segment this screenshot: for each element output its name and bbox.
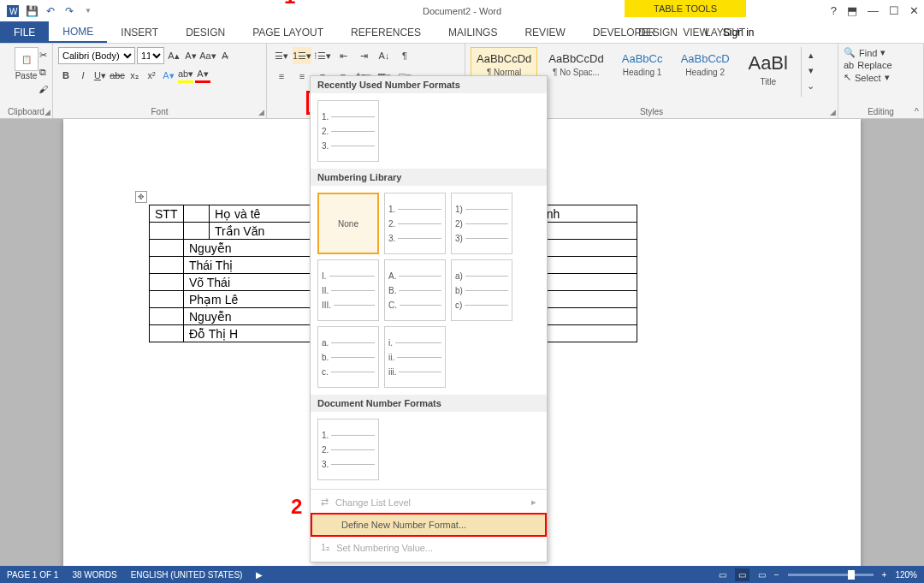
web-layout-icon[interactable]: ▭ xyxy=(758,570,766,580)
style-heading1[interactable]: AaBbCcHeading 1 xyxy=(615,47,670,97)
clipboard-group: 📋 Paste ✂ ⧉ 🖌 Clipboard ◢ xyxy=(0,44,53,118)
language-indicator[interactable]: ENGLISH (UNITED STATES) xyxy=(131,570,243,580)
num-format-lower-roman[interactable]: i. ii. iii. xyxy=(384,326,446,388)
tab-design[interactable]: DESIGN xyxy=(172,21,239,43)
superscript-button[interactable]: x² xyxy=(144,68,159,83)
numbering-button[interactable]: 1☰▾ xyxy=(293,47,311,64)
save-icon[interactable]: 💾 xyxy=(24,3,39,19)
help-icon[interactable]: ? xyxy=(831,4,837,17)
minimize-icon[interactable]: — xyxy=(868,4,879,17)
style-heading2[interactable]: AaBbCcDHeading 2 xyxy=(675,47,736,97)
clipboard-launcher-icon[interactable]: ◢ xyxy=(44,108,50,116)
num-format-lower-alpha-paren[interactable]: a) b) c) xyxy=(451,259,512,321)
font-size-select[interactable]: 11 xyxy=(137,47,164,64)
align-left-button[interactable]: ≡ xyxy=(272,68,291,85)
editing-group-label: Editing xyxy=(844,105,918,116)
annotation-1: 1 xyxy=(284,0,295,9)
numbering-library-title: Numbering Library xyxy=(311,169,547,186)
num-format-decimal-doc[interactable]: 1. 2. 3. xyxy=(317,419,379,480)
tab-review[interactable]: REVIEW xyxy=(511,21,578,43)
num-format-upper-alpha[interactable]: A. B. C. xyxy=(384,259,446,321)
numbering-dropdown: Recently Used Number Formats 1. 2. 3. Nu… xyxy=(310,75,548,562)
style-title[interactable]: AaBlTitle xyxy=(741,47,796,97)
collapse-ribbon-icon[interactable]: ^ xyxy=(915,106,919,116)
tab-page-layout[interactable]: PAGE LAYOUT xyxy=(239,21,337,43)
grow-font-icon[interactable]: A▴ xyxy=(166,48,181,63)
document-title: Document2 - Word xyxy=(423,6,501,16)
zoom-out-button[interactable]: − xyxy=(774,570,779,580)
maximize-icon[interactable]: ☐ xyxy=(889,4,899,17)
macro-icon[interactable]: ▶ xyxy=(256,570,263,580)
font-group: Calibri (Body) 11 A▴ A▾ Aa▾ A̶ B I U▾ ab… xyxy=(53,44,267,118)
tab-insert[interactable]: INSERT xyxy=(107,21,172,43)
tab-mailings[interactable]: MAILINGS xyxy=(435,21,511,43)
word-count[interactable]: 38 WORDS xyxy=(72,570,116,580)
copy-icon[interactable]: ⧉ xyxy=(35,64,50,80)
zoom-slider[interactable] xyxy=(788,574,874,576)
ribbon-display-icon[interactable]: ⬒ xyxy=(847,4,857,17)
replace-button[interactable]: abReplace xyxy=(844,60,918,70)
text-effects-icon[interactable]: A▾ xyxy=(161,68,176,83)
table-move-handle[interactable]: ✥ xyxy=(135,191,147,203)
close-icon[interactable]: ✕ xyxy=(909,4,919,17)
font-color-icon[interactable]: A▾ xyxy=(195,68,210,83)
page-indicator[interactable]: PAGE 1 OF 1 xyxy=(7,570,58,580)
change-case-icon[interactable]: Aa▾ xyxy=(200,48,216,63)
num-format-lower-alpha[interactable]: a. b. c. xyxy=(317,326,379,388)
svg-text:W: W xyxy=(9,7,18,16)
style-no-spacing[interactable]: AaBbCcDd¶ No Spac... xyxy=(542,47,609,97)
num-format-decimal[interactable]: 1. 2. 3. xyxy=(384,193,446,254)
underline-button[interactable]: U▾ xyxy=(92,68,108,83)
decrease-indent-button[interactable]: ⇤ xyxy=(334,47,352,64)
multilevel-list-button[interactable]: ⁝☰▾ xyxy=(313,47,332,64)
read-mode-icon[interactable]: ▭ xyxy=(719,570,726,580)
status-bar: PAGE 1 OF 1 38 WORDS ENGLISH (UNITED STA… xyxy=(0,566,924,583)
tab-references[interactable]: REFERENCES xyxy=(337,21,435,43)
font-name-select[interactable]: Calibri (Body) xyxy=(58,47,135,64)
change-list-level-menu: ⇄Change List Level▸ xyxy=(311,491,547,513)
increase-indent-button[interactable]: ⇥ xyxy=(354,47,373,64)
styles-launcher-icon[interactable]: ◢ xyxy=(830,108,836,116)
italic-button[interactable]: I xyxy=(75,68,91,83)
shrink-font-icon[interactable]: A▾ xyxy=(183,48,198,63)
undo-icon[interactable]: ↶ xyxy=(43,3,58,19)
num-format-none[interactable]: None xyxy=(317,193,379,254)
sort-button[interactable]: A↓ xyxy=(375,47,394,64)
num-format-upper-roman[interactable]: I. II. III. xyxy=(317,259,379,321)
set-value-icon: 1₂ xyxy=(321,542,329,553)
find-button[interactable]: 🔍Find ▾ xyxy=(844,47,918,58)
select-button[interactable]: ↖Select ▾ xyxy=(844,72,918,83)
bullets-button[interactable]: ☰▾ xyxy=(272,47,291,64)
qat-dropdown-icon[interactable]: ▼ xyxy=(80,3,96,19)
tab-file[interactable]: FILE xyxy=(0,21,49,43)
num-format-decimal-recent[interactable]: 1. 2. 3. xyxy=(317,100,379,162)
define-new-number-format-menu[interactable]: Define New Number Format... xyxy=(311,513,547,537)
print-layout-icon[interactable]: ▭ xyxy=(735,568,749,581)
clear-formatting-icon[interactable]: A̶ xyxy=(217,48,233,63)
format-painter-icon[interactable]: 🖌 xyxy=(35,81,50,97)
align-center-button[interactable]: ≡ xyxy=(293,68,311,85)
tab-home[interactable]: HOME xyxy=(49,21,107,43)
tab-table-layout[interactable]: LAYOUT xyxy=(691,27,759,39)
tab-table-design[interactable]: DESIGN xyxy=(625,27,691,39)
zoom-in-button[interactable]: + xyxy=(882,570,887,580)
font-launcher-icon[interactable]: ◢ xyxy=(258,108,264,116)
clipboard-group-label: Clipboard xyxy=(5,105,47,116)
change-level-icon: ⇄ xyxy=(321,497,329,508)
quick-access-toolbar: W 💾 ↶ ↷ ▼ xyxy=(0,3,96,19)
strikethrough-button[interactable]: abc xyxy=(110,68,125,83)
styles-scroll-down-icon[interactable]: ▾ xyxy=(803,62,819,78)
cut-icon[interactable]: ✂ xyxy=(35,47,50,62)
redo-icon[interactable]: ↷ xyxy=(62,3,77,19)
ribbon-tabs: FILE HOME INSERT DESIGN PAGE LAYOUT REFE… xyxy=(0,21,924,44)
styles-scroll-up-icon[interactable]: ▴ xyxy=(803,47,819,62)
doc-number-formats-title: Document Number Formats xyxy=(311,395,547,412)
subscript-button[interactable]: x₂ xyxy=(127,68,142,83)
show-marks-button[interactable]: ¶ xyxy=(395,47,414,64)
num-format-decimal-paren[interactable]: 1) 2) 3) xyxy=(451,193,512,254)
bold-button[interactable]: B xyxy=(58,68,74,83)
font-group-label: Font xyxy=(58,105,261,116)
highlight-icon[interactable]: ab▾ xyxy=(178,68,193,83)
styles-expand-icon[interactable]: ⌄ xyxy=(803,78,819,93)
zoom-level[interactable]: 120% xyxy=(895,570,917,580)
